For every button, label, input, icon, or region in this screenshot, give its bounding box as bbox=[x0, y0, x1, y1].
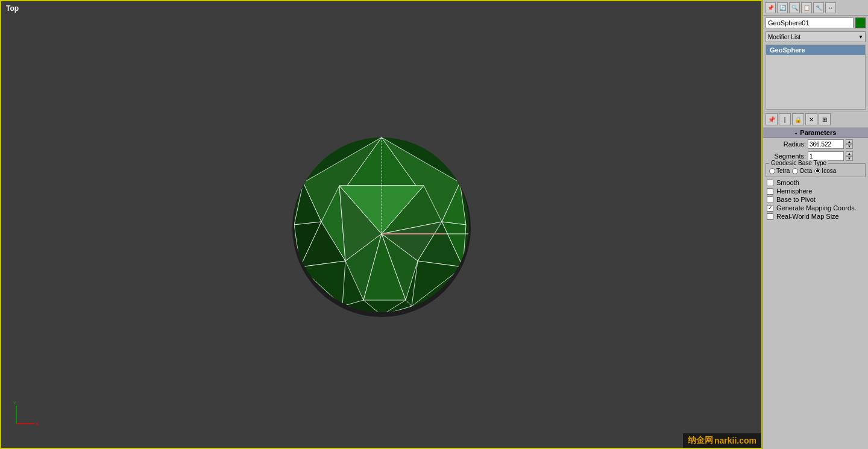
watermark-nark: 纳金网 bbox=[688, 435, 713, 446]
hemisphere-label: Hemisphere bbox=[776, 187, 812, 195]
modifier-list-empty bbox=[766, 55, 865, 109]
radio-row: Tetra Octa Icosa bbox=[769, 168, 862, 174]
segments-spinners: ▲ ▼ bbox=[846, 151, 853, 161]
radio-tetra[interactable]: Tetra bbox=[769, 168, 790, 174]
radio-octa[interactable]: Octa bbox=[792, 168, 812, 174]
params-collapse-icon: - bbox=[795, 129, 797, 136]
svg-text:X: X bbox=[36, 421, 39, 427]
remove-icon[interactable]: ✕ bbox=[805, 113, 817, 125]
smooth-row: Smooth bbox=[763, 178, 868, 187]
radio-tetra-label: Tetra bbox=[776, 168, 790, 174]
show-hide-icon[interactable]: | bbox=[779, 113, 791, 125]
main-layout: Top bbox=[0, 0, 868, 449]
radio-icosa-label: Icosa bbox=[822, 168, 836, 174]
hemisphere-row: Hemisphere bbox=[763, 187, 868, 195]
real-world-row: Real-World Map Size bbox=[763, 212, 868, 221]
radius-row: Radius: ▲ ▼ bbox=[763, 138, 868, 150]
object-name-input[interactable] bbox=[766, 17, 854, 28]
base-to-pivot-checkbox[interactable] bbox=[767, 196, 773, 203]
gen-mapping-row: Generate Mapping Coords. bbox=[763, 204, 868, 212]
panel-toolbar: 📌 🔄 🔍 📋 🔧 ↔ bbox=[763, 0, 868, 16]
pin-icon[interactable]: 📌 bbox=[765, 2, 776, 13]
viewport[interactable]: Top bbox=[0, 0, 763, 449]
lock-icon[interactable]: 🔒 bbox=[792, 113, 804, 125]
radio-octa-label: Octa bbox=[799, 168, 812, 174]
viewport-label: Top bbox=[6, 4, 19, 13]
radio-octa-circle bbox=[792, 168, 798, 174]
pin-modifier-icon[interactable]: 📌 bbox=[766, 113, 778, 125]
modifier-row: Modifier List ▼ bbox=[763, 30, 868, 43]
modifier-list-label: Modifier List bbox=[768, 34, 800, 40]
segments-down-button[interactable]: ▼ bbox=[846, 156, 853, 161]
radio-icosa-circle bbox=[814, 168, 820, 174]
base-to-pivot-label: Base to Pivot bbox=[776, 196, 816, 203]
radius-input[interactable] bbox=[808, 139, 844, 149]
watermark-area: 纳金网 narkii.com bbox=[683, 433, 761, 448]
watermark-domain: narkii.com bbox=[714, 436, 756, 445]
real-world-checkbox[interactable] bbox=[767, 213, 773, 220]
configure-icon[interactable]: ⊞ bbox=[819, 113, 831, 125]
params-header[interactable]: - Parameters bbox=[763, 128, 868, 138]
toolbar-icon-3[interactable]: 🔍 bbox=[789, 2, 800, 13]
modifier-icons-row: 📌 | 🔒 ✕ ⊞ bbox=[763, 111, 868, 128]
toolbar-icon-6[interactable]: ↔ bbox=[825, 2, 836, 13]
geosphere-svg bbox=[285, 128, 478, 321]
color-swatch[interactable] bbox=[855, 17, 866, 28]
toolbar-icon-2[interactable]: 🔄 bbox=[777, 2, 788, 13]
toolbar-icon-5[interactable]: 🔧 bbox=[813, 2, 824, 13]
modifier-list-area: GeoSphere bbox=[766, 45, 866, 110]
base-to-pivot-row: Base to Pivot bbox=[763, 195, 868, 204]
radius-up-button[interactable]: ▲ bbox=[846, 139, 853, 144]
svg-marker-23 bbox=[300, 261, 345, 306]
gen-mapping-label: Generate Mapping Coords. bbox=[776, 204, 857, 212]
svg-marker-24 bbox=[412, 261, 463, 306]
object-name-row bbox=[763, 16, 868, 30]
geosphere-container bbox=[285, 128, 478, 321]
modifier-list-dropdown[interactable]: Modifier List ▼ bbox=[766, 31, 866, 42]
smooth-checkbox[interactable] bbox=[767, 180, 773, 186]
real-world-label: Real-World Map Size bbox=[776, 213, 839, 220]
radio-tetra-circle bbox=[769, 168, 775, 174]
gen-mapping-checkbox[interactable] bbox=[767, 205, 773, 212]
svg-text:Y: Y bbox=[13, 400, 17, 406]
geodesic-base-type-group: Geodesic Base Type Tetra Octa Icosa bbox=[766, 163, 866, 177]
right-panel: 📌 🔄 🔍 📋 🔧 ↔ Modifier List ▼ GeoSphere bbox=[763, 0, 868, 449]
geodesic-base-type-label: Geodesic Base Type bbox=[769, 160, 828, 166]
segments-label: Segments: bbox=[767, 152, 806, 160]
params-header-label: Parameters bbox=[800, 129, 836, 136]
segments-up-button[interactable]: ▲ bbox=[846, 151, 853, 156]
radius-down-button[interactable]: ▼ bbox=[846, 144, 853, 149]
dropdown-arrow-icon: ▼ bbox=[858, 34, 863, 40]
toolbar-icon-4[interactable]: 📋 bbox=[801, 2, 812, 13]
radio-icosa[interactable]: Icosa bbox=[814, 168, 836, 174]
radius-label: Radius: bbox=[767, 140, 806, 148]
axes-indicator: X Y bbox=[10, 400, 40, 430]
params-section: - Parameters Radius: ▲ ▼ Segments: ▲ ▼ bbox=[763, 128, 868, 449]
smooth-label: Smooth bbox=[776, 179, 799, 186]
hemisphere-checkbox[interactable] bbox=[767, 188, 773, 195]
modifier-item-geosphere[interactable]: GeoSphere bbox=[766, 45, 865, 55]
radius-spinners: ▲ ▼ bbox=[846, 139, 853, 149]
